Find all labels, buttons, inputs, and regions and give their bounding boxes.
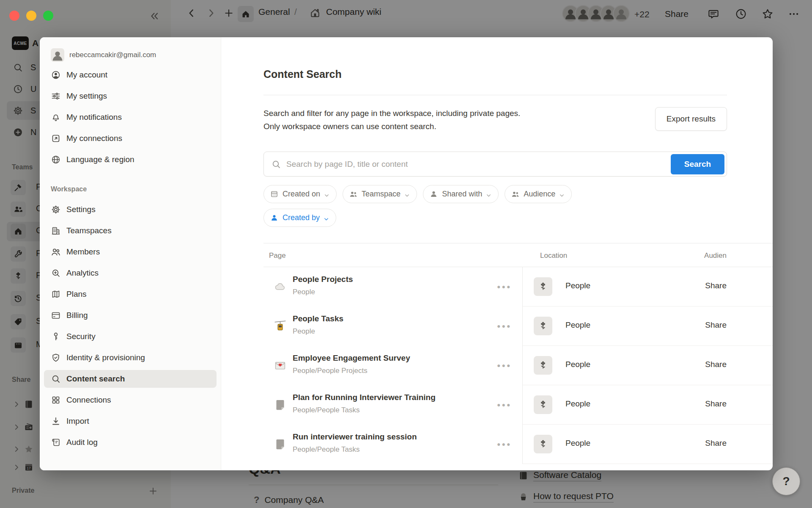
minimize-window-button[interactable] — [26, 11, 36, 21]
shield-check-icon — [51, 353, 61, 363]
page-path: People/People Tasks — [293, 406, 359, 414]
column-header-location: Location — [540, 251, 567, 260]
cloud-icon — [273, 279, 287, 294]
settings-nav-content-search[interactable]: Content search — [44, 370, 217, 388]
settings-nav-analytics[interactable]: Analytics — [44, 264, 217, 282]
settings-nav-label: Billing — [66, 311, 88, 320]
settings-nav-label: Connections — [66, 395, 111, 405]
chevron-down-icon — [404, 191, 410, 197]
person-circle-icon — [51, 70, 61, 80]
row-more-icon[interactable]: ●●● — [497, 401, 511, 408]
audience-value: Share — [705, 360, 727, 369]
page-icon — [273, 437, 287, 451]
help-button[interactable]: ? — [772, 467, 800, 495]
settings-nav-label: Audit log — [66, 438, 98, 447]
settings-nav-plans[interactable]: Plans — [44, 285, 217, 303]
people-icon — [511, 190, 520, 199]
page-icon — [273, 398, 287, 412]
page-path: People — [293, 288, 315, 296]
location-name[interactable]: People — [565, 281, 590, 290]
page-path: People/People Projects — [293, 367, 368, 375]
filter-label: Shared with — [442, 190, 482, 199]
settings-nav-connections[interactable]: Connections — [44, 391, 217, 409]
search-button[interactable]: Search — [671, 154, 724, 174]
gear-icon — [51, 204, 61, 215]
key-icon — [51, 331, 61, 342]
divider — [263, 95, 727, 95]
chevron-down-icon — [324, 215, 329, 221]
row-more-icon[interactable]: ●●● — [497, 283, 511, 290]
arrow-up-right-box-icon — [51, 133, 61, 144]
settings-nav-security[interactable]: Security — [44, 328, 217, 345]
magnifier-plus-icon — [51, 268, 61, 278]
row-more-icon[interactable]: ●●● — [497, 323, 511, 329]
table-header: Page Location Audien — [263, 243, 773, 267]
settings-nav-language-region[interactable]: Language & region — [44, 151, 217, 168]
table-row[interactable]: People Projects People ●●● People Share — [263, 267, 773, 306]
settings-nav-label: Content search — [66, 374, 125, 384]
filter-created-by[interactable]: Created by — [263, 209, 336, 227]
page-title-cell[interactable]: People Tasks — [293, 314, 343, 323]
content-search-panel: Content Search Search and filter for any… — [221, 37, 773, 470]
love-letter-icon — [273, 358, 287, 373]
table-row[interactable]: Plan for Running Interviewer Training Pe… — [263, 385, 773, 425]
location-name[interactable]: People — [565, 320, 590, 330]
export-results-button[interactable]: Export results — [655, 107, 727, 131]
page-title-cell[interactable]: People Projects — [293, 275, 353, 284]
grid-icon — [51, 395, 61, 405]
zoom-window-button[interactable] — [43, 11, 53, 21]
location-name[interactable]: People — [565, 399, 590, 409]
teamspace-flower-icon — [534, 317, 552, 335]
table-row[interactable]: Employee Engagement Survey People/People… — [263, 346, 773, 385]
workspace-section-label: Workspace — [51, 185, 217, 195]
settings-nav-label: Import — [66, 417, 89, 426]
settings-sidebar: rebeccamcakir@gmail.com My account My se… — [40, 37, 221, 470]
user-avatar — [51, 48, 64, 62]
scroll-icon — [51, 437, 61, 447]
location-name[interactable]: People — [565, 439, 590, 448]
settings-nav-label: My connections — [66, 134, 122, 143]
settings-nav-label: Teamspaces — [66, 226, 112, 235]
settings-nav-label: Settings — [66, 205, 96, 214]
account-row: rebeccamcakir@gmail.com — [44, 47, 217, 63]
page-title-cell[interactable]: Run interviewer training session — [293, 432, 417, 442]
window-controls — [9, 11, 53, 21]
audience-value: Share — [705, 399, 727, 409]
audience-value: Share — [705, 439, 727, 448]
filter-created-on[interactable]: Created on — [263, 185, 337, 203]
close-window-button[interactable] — [9, 11, 19, 21]
settings-nav-settings[interactable]: Settings — [44, 201, 217, 218]
filter-shared-with[interactable]: Shared with — [423, 185, 499, 203]
settings-nav-label: My notifications — [66, 113, 122, 122]
search-input[interactable] — [286, 160, 671, 169]
settings-nav-label: My account — [66, 70, 107, 80]
settings-nav-my-connections[interactable]: My connections — [44, 130, 217, 147]
notion-app: ACME A S U S N Teams P C — [0, 0, 812, 508]
settings-nav-import[interactable]: Import — [44, 412, 217, 430]
row-more-icon[interactable]: ●●● — [497, 441, 511, 447]
settings-nav-identity-provisioning[interactable]: Identity & provisioning — [44, 349, 217, 367]
row-more-icon[interactable]: ●●● — [497, 362, 511, 369]
filter-teamspace[interactable]: Teamspace — [343, 185, 417, 203]
page-title-cell[interactable]: Plan for Running Interviewer Training — [293, 393, 436, 402]
settings-nav-label: Security — [66, 332, 96, 341]
settings-nav-billing[interactable]: Billing — [44, 306, 217, 324]
audience-value: Share — [705, 281, 727, 290]
settings-nav-members[interactable]: Members — [44, 243, 217, 261]
calendar-icon — [270, 190, 279, 199]
map-icon — [51, 289, 61, 299]
account-email: rebeccamcakir@gmail.com — [69, 51, 156, 59]
sliders-icon — [51, 91, 61, 101]
settings-nav-audit-log[interactable]: Audit log — [44, 433, 217, 451]
filter-audience[interactable]: Audience — [505, 185, 572, 203]
location-name[interactable]: People — [565, 360, 590, 369]
filter-label: Created by — [283, 213, 320, 222]
table-row[interactable]: People Tasks People ●●● People Share — [263, 306, 773, 346]
table-row[interactable]: Run interviewer training session People/… — [263, 425, 773, 464]
chevron-down-icon — [559, 191, 565, 197]
settings-nav-my-notifications[interactable]: My notifications — [44, 108, 217, 126]
settings-nav-my-settings[interactable]: My settings — [44, 87, 217, 105]
page-title-cell[interactable]: Employee Engagement Survey — [293, 353, 410, 363]
settings-nav-teamspaces[interactable]: Teamspaces — [44, 222, 217, 240]
settings-nav-my-account[interactable]: My account — [44, 66, 217, 84]
